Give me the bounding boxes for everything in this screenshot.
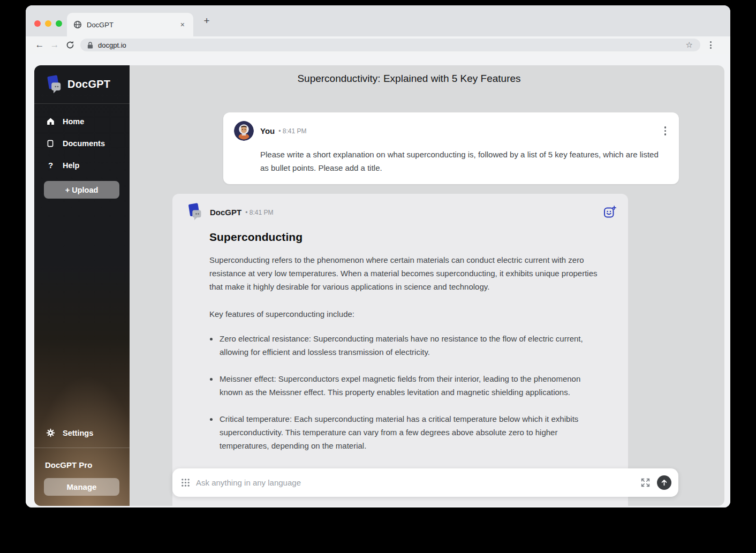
user-message-text: Please write a short explanation on what… — [260, 148, 661, 175]
browser-menu-icon[interactable] — [708, 39, 714, 51]
chat-input[interactable] — [196, 478, 640, 487]
new-tab-button[interactable]: + — [200, 15, 213, 28]
list-item: Meissner effect: Superconductors expel m… — [218, 372, 604, 399]
message-author: You — [260, 126, 275, 135]
sidebar-item-home[interactable]: Home — [34, 110, 130, 132]
settings-row: Settings — [34, 422, 130, 444]
arrow-up-icon — [660, 479, 668, 487]
composer-bar — [172, 468, 678, 497]
answer-title: Superconducting — [209, 231, 604, 244]
sidebar-divider — [34, 448, 130, 448]
tab-title: DocGPT — [87, 21, 178, 29]
pro-plan-label: DocGPT Pro — [45, 460, 92, 469]
sidebar: DocGPT Home — [34, 65, 130, 506]
sidebar-item-help[interactable]: ? Help — [34, 154, 130, 176]
page-viewport: DocGPT Home — [26, 54, 730, 507]
forward-icon: → — [47, 40, 62, 50]
chat-title: Superconductivity: Explained with 5 Key … — [130, 73, 689, 85]
sidebar-item-label: Documents — [63, 139, 105, 148]
apps-grid-icon[interactable] — [181, 478, 190, 487]
documents-icon — [46, 139, 55, 148]
sidebar-item-label: Help — [63, 161, 79, 170]
brand-name: DocGPT — [67, 78, 110, 90]
upload-button[interactable]: + Upload — [44, 181, 119, 199]
message-author: DocGPT — [210, 208, 241, 217]
brand-row: DocGPT — [34, 65, 130, 104]
browser-tab[interactable]: DocGPT × — [67, 13, 193, 36]
help-icon: ? — [46, 161, 55, 170]
manage-plan-button[interactable]: Manage — [44, 478, 119, 496]
list-item: Critical temperature: Each superconducti… — [218, 412, 604, 452]
url-text[interactable]: docgpt.io — [98, 41, 686, 49]
user-avatar — [234, 121, 254, 141]
user-message-header: You • 8:41 PM — [234, 121, 668, 141]
docgpt-logo-icon — [43, 74, 63, 95]
sidebar-item-label: Settings — [63, 429, 93, 437]
user-message-card: You • 8:41 PM Please write a short expla… — [223, 112, 679, 184]
minimize-window-button[interactable] — [45, 20, 51, 27]
list-item: Zero electrical resistance: Superconduct… — [218, 332, 604, 359]
browser-window: DocGPT × + ← → docgpt.io ☆ — [26, 5, 730, 507]
answer-paragraph: Key features of superconducting include: — [209, 307, 604, 321]
sidebar-item-documents[interactable]: Documents — [34, 132, 130, 154]
traffic-lights — [34, 20, 62, 27]
home-icon — [46, 117, 55, 126]
lock-icon — [87, 41, 94, 49]
expand-icon[interactable] — [640, 478, 651, 488]
sidebar-nav: Home Documents — [34, 110, 130, 176]
add-reaction-icon[interactable] — [603, 206, 616, 218]
message-menu-icon[interactable] — [662, 124, 669, 138]
browser-toolbar: ← → docgpt.io ☆ — [26, 36, 730, 54]
assistant-message-card: DocGPT • 8:41 PM Supercon — [172, 194, 628, 506]
bookmark-star-icon[interactable]: ☆ — [686, 40, 693, 50]
tab-strip: DocGPT × + — [26, 5, 730, 36]
docgpt-app: DocGPT Home — [34, 65, 724, 506]
back-icon[interactable]: ← — [32, 40, 47, 50]
url-bar[interactable]: docgpt.io ☆ — [80, 39, 700, 51]
docgpt-avatar-icon — [184, 202, 203, 222]
tab-close-icon[interactable]: × — [178, 19, 187, 30]
assistant-message-header: DocGPT • 8:41 PM — [184, 202, 616, 222]
sidebar-item-label: Home — [63, 117, 84, 126]
zoom-window-button[interactable] — [56, 20, 62, 27]
key-features-list: Zero electrical resistance: Superconduct… — [218, 332, 604, 452]
sidebar-item-settings[interactable]: Settings — [34, 422, 130, 444]
reload-icon[interactable] — [65, 40, 75, 50]
send-button[interactable] — [657, 475, 671, 490]
gear-icon — [46, 428, 55, 437]
answer-paragraph: Superconducting refers to the phenomenon… — [209, 253, 604, 293]
message-time: • 8:41 PM — [278, 127, 306, 135]
globe-favicon-icon — [73, 20, 82, 29]
message-time: • 8:41 PM — [245, 208, 273, 216]
assistant-message-body: Superconducting Superconducting refers t… — [209, 231, 616, 452]
chat-main: Superconductivity: Explained with 5 Key … — [130, 65, 724, 506]
close-window-button[interactable] — [34, 20, 41, 27]
